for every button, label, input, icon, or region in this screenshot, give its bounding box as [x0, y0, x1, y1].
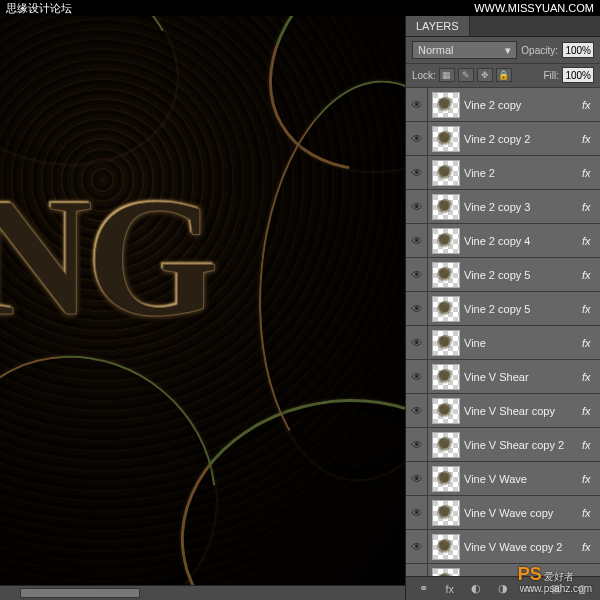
- layer-row[interactable]: 👁Vine V Shear copy 2fx: [406, 428, 600, 462]
- layer-name[interactable]: Vine 2 copy: [464, 99, 582, 111]
- layer-fx-indicator[interactable]: fx: [582, 541, 598, 553]
- layer-fx-indicator[interactable]: fx: [582, 201, 598, 213]
- lock-position-icon[interactable]: ✥: [477, 68, 493, 82]
- chevron-down-icon: ▾: [505, 44, 511, 57]
- layer-name[interactable]: Vine V Wave copy 2: [464, 541, 582, 553]
- lock-transparency-icon[interactable]: ▦: [439, 68, 455, 82]
- scrollbar-thumb[interactable]: [20, 588, 140, 598]
- layer-mask-icon[interactable]: ◐: [466, 581, 486, 597]
- adjustment-layer-icon[interactable]: ◑: [493, 581, 513, 597]
- document-canvas[interactable]: NG: [0, 0, 410, 600]
- layer-row[interactable]: 👁Vine V Wave copyfx: [406, 496, 600, 530]
- fill-input[interactable]: 100%: [562, 67, 594, 83]
- layer-thumbnail[interactable]: [432, 160, 460, 186]
- layer-name[interactable]: Vine V Wave: [464, 473, 582, 485]
- layer-fx-indicator[interactable]: fx: [582, 235, 598, 247]
- layer-row[interactable]: 👁Vine V Wavefx: [406, 462, 600, 496]
- visibility-eye-icon[interactable]: 👁: [406, 292, 428, 325]
- layers-list: 👁Vine 2 copyfx👁Vine 2 copy 2fx👁Vine 2fx👁…: [406, 88, 600, 576]
- layer-thumbnail[interactable]: [432, 364, 460, 390]
- opacity-input[interactable]: 100%: [562, 42, 594, 58]
- lock-all-icon[interactable]: 🔒: [496, 68, 512, 82]
- layer-name[interactable]: Vine V Shear copy: [464, 405, 582, 417]
- layer-thumbnail[interactable]: [432, 330, 460, 356]
- visibility-eye-icon[interactable]: 👁: [406, 428, 428, 461]
- layer-name[interactable]: Vine V Shear: [464, 371, 582, 383]
- layer-row[interactable]: 👁Vinefx: [406, 326, 600, 360]
- layer-name[interactable]: Vine V Wave copy: [464, 507, 582, 519]
- layer-thumbnail[interactable]: [432, 500, 460, 526]
- lock-fill-row: Lock: ▦ ✎ ✥ 🔒 Fill: 100%: [406, 64, 600, 88]
- visibility-eye-icon[interactable]: 👁: [406, 530, 428, 563]
- watermark-domain: www.psahz.com: [520, 583, 592, 594]
- layers-panel: LAYERS Normal ▾ Opacity: 100% Lock: ▦ ✎ …: [405, 16, 600, 600]
- visibility-eye-icon[interactable]: 👁: [406, 462, 428, 495]
- layer-thumbnail[interactable]: [432, 534, 460, 560]
- layer-thumbnail[interactable]: [432, 568, 460, 577]
- layer-fx-indicator[interactable]: fx: [582, 303, 598, 315]
- opacity-label: Opacity:: [521, 45, 558, 56]
- visibility-eye-icon[interactable]: 👁: [406, 190, 428, 223]
- panel-tabs: LAYERS: [406, 16, 600, 37]
- watermark: PS爱好者 www.psahz.com: [518, 564, 592, 594]
- horizontal-scrollbar[interactable]: [0, 585, 410, 600]
- layer-name[interactable]: Vine: [464, 337, 582, 349]
- layer-thumbnail[interactable]: [432, 92, 460, 118]
- layer-row[interactable]: 👁Vine 2 copyfx: [406, 88, 600, 122]
- layer-row[interactable]: 👁Vine V Shearfx: [406, 360, 600, 394]
- layer-thumbnail[interactable]: [432, 126, 460, 152]
- layer-thumbnail[interactable]: [432, 194, 460, 220]
- layer-name[interactable]: Vine 2 copy 4: [464, 235, 582, 247]
- visibility-eye-icon[interactable]: 👁: [406, 156, 428, 189]
- visibility-eye-icon[interactable]: 👁: [406, 258, 428, 291]
- layer-fx-indicator[interactable]: fx: [582, 269, 598, 281]
- layer-name[interactable]: Vine 2 copy 3: [464, 201, 582, 213]
- layer-thumbnail[interactable]: [432, 262, 460, 288]
- layer-name[interactable]: Vine 2: [464, 167, 582, 179]
- layer-row[interactable]: 👁Vine 2 copy 5fx: [406, 292, 600, 326]
- visibility-eye-icon[interactable]: 👁: [406, 122, 428, 155]
- visibility-eye-icon[interactable]: 👁: [406, 88, 428, 121]
- layer-row[interactable]: 👁Vine 2fx: [406, 156, 600, 190]
- visibility-eye-icon[interactable]: 👁: [406, 326, 428, 359]
- visibility-eye-icon[interactable]: 👁: [406, 496, 428, 529]
- layer-row[interactable]: 👁Vine 2 copy 4fx: [406, 224, 600, 258]
- visibility-eye-icon[interactable]: 👁: [406, 394, 428, 427]
- visibility-eye-icon[interactable]: 👁: [406, 564, 428, 576]
- fx-menu-icon[interactable]: fx: [440, 581, 460, 597]
- visibility-eye-icon[interactable]: 👁: [406, 360, 428, 393]
- blend-mode-select[interactable]: Normal ▾: [412, 41, 517, 59]
- layer-row[interactable]: 👁Vine 2 copy 3fx: [406, 190, 600, 224]
- layer-fx-indicator[interactable]: fx: [582, 337, 598, 349]
- link-layers-icon[interactable]: ⚭: [413, 581, 433, 597]
- lock-pixels-icon[interactable]: ✎: [458, 68, 474, 82]
- layer-fx-indicator[interactable]: fx: [582, 133, 598, 145]
- layer-name[interactable]: Vine 2 copy 5: [464, 303, 582, 315]
- layer-name[interactable]: Vine 2 copy 5: [464, 269, 582, 281]
- layer-fx-indicator[interactable]: fx: [582, 99, 598, 111]
- blend-opacity-row: Normal ▾ Opacity: 100%: [406, 37, 600, 64]
- layer-name[interactable]: Vine 2 copy 2: [464, 133, 582, 145]
- layer-thumbnail[interactable]: [432, 466, 460, 492]
- layer-row[interactable]: 👁Vine V Wave copy 2fx: [406, 530, 600, 564]
- layer-row[interactable]: 👁Vine 2 copy 5fx: [406, 258, 600, 292]
- layer-thumbnail[interactable]: [432, 296, 460, 322]
- watermark-sub: 爱好者: [544, 571, 574, 582]
- layer-fx-indicator[interactable]: fx: [582, 167, 598, 179]
- layer-row[interactable]: 👁Vine V Shear copyfx: [406, 394, 600, 428]
- topbar-left: 思缘设计论坛: [6, 1, 72, 16]
- layers-tab[interactable]: LAYERS: [406, 16, 470, 36]
- layer-fx-indicator[interactable]: fx: [582, 473, 598, 485]
- layer-name[interactable]: Vine V Shear copy 2: [464, 439, 582, 451]
- watermark-main: PS: [518, 564, 542, 584]
- layer-fx-indicator[interactable]: fx: [582, 439, 598, 451]
- layer-thumbnail[interactable]: [432, 398, 460, 424]
- layer-row[interactable]: 👁Vine 2 copy 2fx: [406, 122, 600, 156]
- layer-thumbnail[interactable]: [432, 432, 460, 458]
- visibility-eye-icon[interactable]: 👁: [406, 224, 428, 257]
- layer-fx-indicator[interactable]: fx: [582, 507, 598, 519]
- layer-fx-indicator[interactable]: fx: [582, 371, 598, 383]
- blend-mode-value: Normal: [418, 44, 453, 56]
- layer-fx-indicator[interactable]: fx: [582, 405, 598, 417]
- layer-thumbnail[interactable]: [432, 228, 460, 254]
